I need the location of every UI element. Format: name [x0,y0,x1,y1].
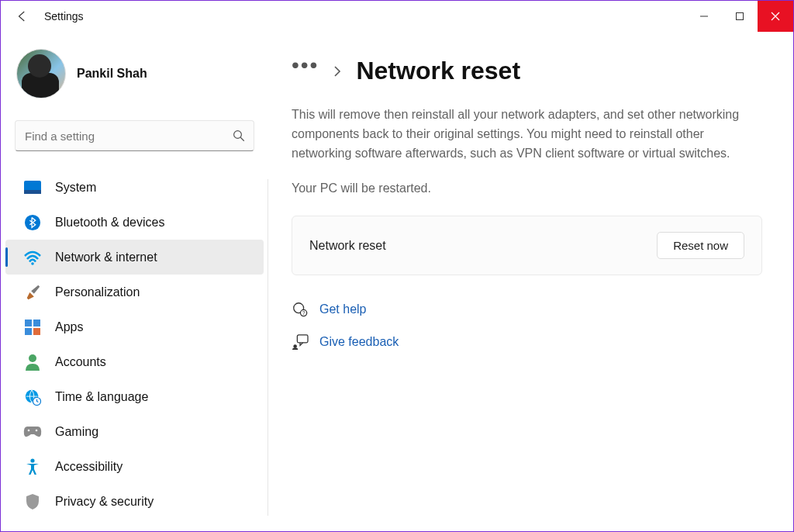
paintbrush-icon [22,282,43,302]
get-help-link[interactable]: Get help [319,302,366,316]
sidebar-item-gaming[interactable]: Gaming [5,414,264,449]
profile-name: Pankil Shah [77,67,147,81]
search-icon [232,129,246,143]
back-button[interactable] [10,4,35,29]
more-icon[interactable]: ••• [292,53,319,78]
svg-point-17 [28,429,30,431]
wifi-icon [22,247,43,268]
avatar [16,49,66,98]
gamepad-icon [22,422,43,442]
page-title: Network reset [356,57,520,85]
svg-rect-13 [33,328,40,335]
svg-rect-1 [737,13,744,20]
feedback-link[interactable]: Give feedback [319,335,399,349]
sidebar-item-bluetooth[interactable]: Bluetooth & devices [5,205,264,240]
person-icon [22,352,43,372]
svg-point-9 [31,262,34,265]
feedback-icon [292,333,309,351]
main-content: ••• Network reset This will remove then … [268,32,793,531]
window-title: Settings [44,10,84,22]
sidebar: Pankil Shah System Bluetooth & devices N… [1,32,268,531]
svg-point-24 [293,345,297,349]
feedback-row[interactable]: Give feedback [292,331,762,353]
svg-rect-10 [25,320,32,326]
close-button[interactable] [758,1,793,32]
reset-now-button[interactable]: Reset now [657,232,744,259]
title-bar: Settings [1,1,793,32]
restart-note: Your PC will be restarted. [292,181,762,195]
nav-label: Gaming [55,425,98,439]
svg-rect-7 [24,190,41,194]
bluetooth-icon [22,212,43,233]
network-reset-card: Network reset Reset now [292,216,762,275]
nav-label: Privacy & security [55,495,154,509]
globe-clock-icon [22,387,43,407]
svg-rect-23 [297,335,308,343]
profile-row[interactable]: Pankil Shah [1,41,268,112]
svg-point-19 [30,458,34,462]
sidebar-item-accessibility[interactable]: Accessibility [5,449,264,484]
nav-label: Apps [55,320,83,334]
svg-point-4 [234,131,242,139]
nav-label: Bluetooth & devices [55,216,164,230]
minimize-button[interactable] [686,1,722,32]
help-section: ? Get help Give feedback [292,299,762,353]
search-input[interactable] [25,130,232,143]
sidebar-item-accounts[interactable]: Accounts [5,344,264,379]
nav-label: Accounts [55,355,106,369]
nav-label: Time & language [55,390,148,404]
nav-label: Personalization [55,285,140,299]
svg-rect-12 [25,328,32,335]
help-icon: ? [292,301,309,318]
shield-icon [22,492,43,512]
nav-label: Network & internet [55,250,157,264]
sidebar-item-personalization[interactable]: Personalization [5,275,264,309]
card-label: Network reset [309,239,657,253]
search-box[interactable] [15,120,254,151]
nav-list: System Bluetooth & devices Network & int… [1,168,268,520]
maximize-button[interactable] [722,1,758,32]
svg-point-18 [36,429,38,431]
breadcrumb: ••• Network reset [292,54,762,93]
apps-icon [22,317,43,337]
chevron-right-icon [333,65,342,78]
svg-line-5 [240,137,244,141]
sidebar-item-network[interactable]: Network & internet [5,240,264,275]
svg-point-14 [29,354,36,362]
system-icon [22,178,43,198]
nav-label: System [55,181,96,195]
get-help-row[interactable]: ? Get help [292,299,762,320]
sidebar-item-privacy[interactable]: Privacy & security [5,484,264,519]
page-description: This will remove then reinstall all your… [292,105,762,163]
accessibility-icon [22,457,43,477]
sidebar-item-apps[interactable]: Apps [5,309,264,344]
nav-label: Accessibility [55,460,123,474]
svg-rect-11 [33,320,40,326]
sidebar-item-time-language[interactable]: Time & language [5,379,264,414]
sidebar-item-system[interactable]: System [5,170,264,205]
svg-text:?: ? [302,311,306,316]
